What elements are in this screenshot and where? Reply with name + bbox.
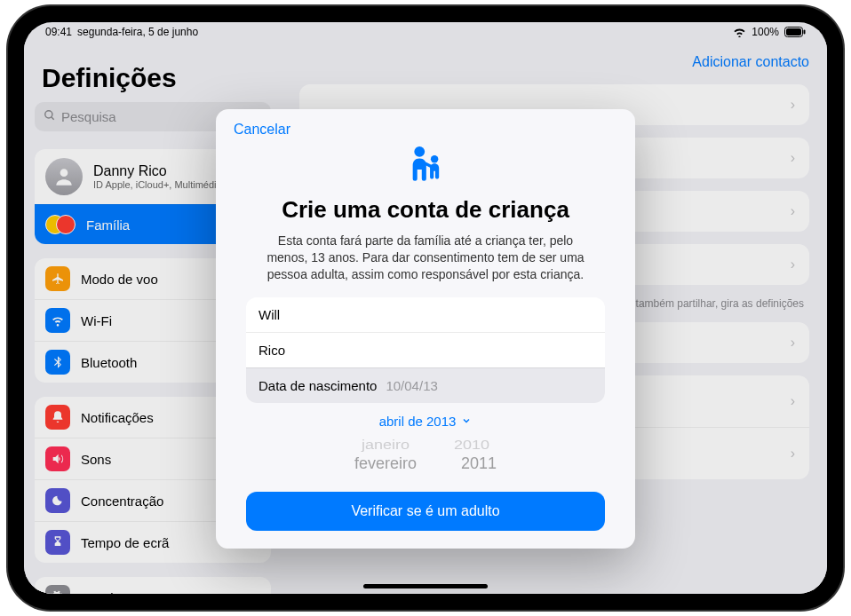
svg-point-11 bbox=[431, 155, 438, 162]
verify-adult-button[interactable]: Verificar se é um adulto bbox=[246, 492, 605, 531]
month-year-label: abril de 2013 bbox=[379, 414, 457, 429]
child-form: Will Rico Data de nascimento 10/04/13 bbox=[246, 297, 605, 403]
dob-value: 10/04/13 bbox=[386, 378, 437, 393]
cancel-button[interactable]: Cancelar bbox=[234, 122, 290, 138]
wheel-year: 2010 bbox=[454, 438, 489, 453]
last-name-value: Rico bbox=[258, 343, 285, 358]
chevron-down-icon bbox=[461, 414, 472, 429]
sheet-title: Crie uma conta de criança bbox=[234, 196, 617, 224]
dob-label: Data de nascimento bbox=[258, 378, 377, 393]
wheel-year: 2011 bbox=[461, 454, 497, 473]
date-picker-wheel[interactable]: janeiro 2010 fevereiro 2011 bbox=[234, 436, 617, 477]
last-name-field[interactable]: Rico bbox=[246, 332, 605, 367]
first-name-field[interactable]: Will bbox=[246, 297, 605, 332]
sheet-description: Esta conta fará parte da família até a c… bbox=[257, 233, 594, 283]
wheel-month: janeiro bbox=[362, 438, 410, 453]
family-icon bbox=[234, 141, 617, 189]
month-year-selector[interactable]: abril de 2013 bbox=[234, 414, 617, 429]
screen: 09:41 segunda-feira, 5 de junho 100% Def… bbox=[24, 22, 827, 594]
svg-point-10 bbox=[414, 146, 425, 157]
create-child-account-sheet: Cancelar Crie uma conta de criança Esta … bbox=[216, 109, 635, 549]
first-name-value: Will bbox=[258, 307, 280, 322]
wheel-month: fevereiro bbox=[354, 454, 417, 473]
device-frame: 09:41 segunda-feira, 5 de junho 100% Def… bbox=[8, 6, 843, 610]
home-indicator[interactable] bbox=[363, 584, 488, 588]
dob-field[interactable]: Data de nascimento 10/04/13 bbox=[246, 367, 605, 403]
